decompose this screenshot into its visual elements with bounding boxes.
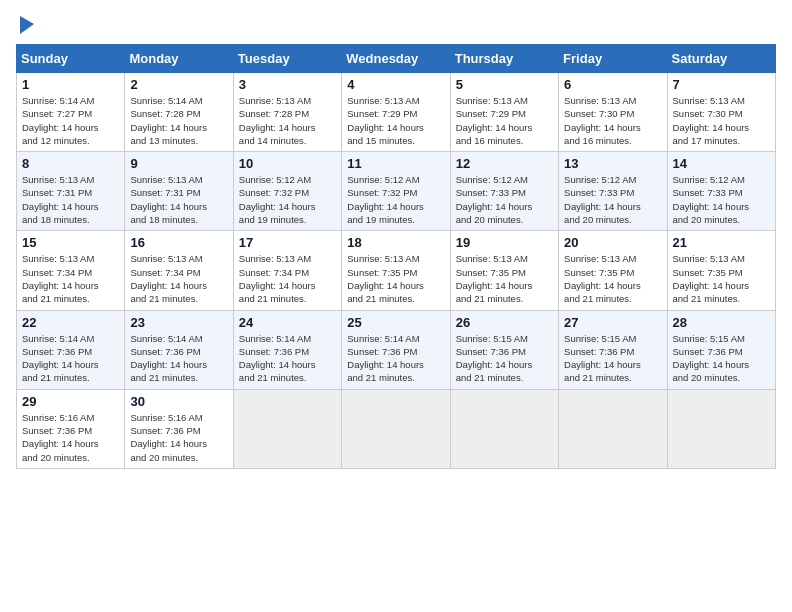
day-number: 19 — [456, 235, 553, 250]
calendar-cell: 14Sunrise: 5:12 AMSunset: 7:33 PMDayligh… — [667, 152, 775, 231]
day-info: Sunrise: 5:13 AMSunset: 7:34 PMDaylight:… — [130, 252, 227, 305]
week-row-2: 8Sunrise: 5:13 AMSunset: 7:31 PMDaylight… — [17, 152, 776, 231]
day-info: Sunrise: 5:13 AMSunset: 7:30 PMDaylight:… — [564, 94, 661, 147]
calendar-cell: 23Sunrise: 5:14 AMSunset: 7:36 PMDayligh… — [125, 310, 233, 389]
day-number: 17 — [239, 235, 336, 250]
day-number: 13 — [564, 156, 661, 171]
logo-triangle-icon — [18, 16, 34, 34]
day-number: 6 — [564, 77, 661, 92]
day-info: Sunrise: 5:16 AMSunset: 7:36 PMDaylight:… — [130, 411, 227, 464]
day-info: Sunrise: 5:13 AMSunset: 7:35 PMDaylight:… — [564, 252, 661, 305]
day-info: Sunrise: 5:15 AMSunset: 7:36 PMDaylight:… — [673, 332, 770, 385]
calendar-cell: 4Sunrise: 5:13 AMSunset: 7:29 PMDaylight… — [342, 73, 450, 152]
day-info: Sunrise: 5:13 AMSunset: 7:34 PMDaylight:… — [22, 252, 119, 305]
day-number: 4 — [347, 77, 444, 92]
day-info: Sunrise: 5:14 AMSunset: 7:36 PMDaylight:… — [22, 332, 119, 385]
day-info: Sunrise: 5:14 AMSunset: 7:36 PMDaylight:… — [130, 332, 227, 385]
day-number: 15 — [22, 235, 119, 250]
calendar-cell: 21Sunrise: 5:13 AMSunset: 7:35 PMDayligh… — [667, 231, 775, 310]
day-number: 2 — [130, 77, 227, 92]
calendar-cell: 25Sunrise: 5:14 AMSunset: 7:36 PMDayligh… — [342, 310, 450, 389]
day-info: Sunrise: 5:13 AMSunset: 7:31 PMDaylight:… — [130, 173, 227, 226]
day-info: Sunrise: 5:12 AMSunset: 7:32 PMDaylight:… — [347, 173, 444, 226]
calendar-cell — [667, 389, 775, 468]
calendar-cell: 13Sunrise: 5:12 AMSunset: 7:33 PMDayligh… — [559, 152, 667, 231]
weekday-header-wednesday: Wednesday — [342, 45, 450, 73]
day-info: Sunrise: 5:12 AMSunset: 7:33 PMDaylight:… — [673, 173, 770, 226]
day-info: Sunrise: 5:14 AMSunset: 7:36 PMDaylight:… — [239, 332, 336, 385]
svg-marker-0 — [20, 16, 34, 34]
week-row-3: 15Sunrise: 5:13 AMSunset: 7:34 PMDayligh… — [17, 231, 776, 310]
calendar-cell: 12Sunrise: 5:12 AMSunset: 7:33 PMDayligh… — [450, 152, 558, 231]
calendar-cell: 16Sunrise: 5:13 AMSunset: 7:34 PMDayligh… — [125, 231, 233, 310]
day-number: 12 — [456, 156, 553, 171]
day-info: Sunrise: 5:12 AMSunset: 7:33 PMDaylight:… — [564, 173, 661, 226]
calendar-cell: 27Sunrise: 5:15 AMSunset: 7:36 PMDayligh… — [559, 310, 667, 389]
weekday-header-sunday: Sunday — [17, 45, 125, 73]
calendar-cell: 11Sunrise: 5:12 AMSunset: 7:32 PMDayligh… — [342, 152, 450, 231]
header — [16, 16, 776, 34]
calendar-cell: 24Sunrise: 5:14 AMSunset: 7:36 PMDayligh… — [233, 310, 341, 389]
day-info: Sunrise: 5:13 AMSunset: 7:31 PMDaylight:… — [22, 173, 119, 226]
calendar-cell: 30Sunrise: 5:16 AMSunset: 7:36 PMDayligh… — [125, 389, 233, 468]
calendar-cell: 18Sunrise: 5:13 AMSunset: 7:35 PMDayligh… — [342, 231, 450, 310]
calendar-cell: 9Sunrise: 5:13 AMSunset: 7:31 PMDaylight… — [125, 152, 233, 231]
day-number: 28 — [673, 315, 770, 330]
day-number: 22 — [22, 315, 119, 330]
day-number: 20 — [564, 235, 661, 250]
weekday-header-thursday: Thursday — [450, 45, 558, 73]
calendar-cell: 5Sunrise: 5:13 AMSunset: 7:29 PMDaylight… — [450, 73, 558, 152]
day-number: 14 — [673, 156, 770, 171]
day-number: 10 — [239, 156, 336, 171]
calendar-cell: 10Sunrise: 5:12 AMSunset: 7:32 PMDayligh… — [233, 152, 341, 231]
day-number: 23 — [130, 315, 227, 330]
day-number: 16 — [130, 235, 227, 250]
calendar-cell: 17Sunrise: 5:13 AMSunset: 7:34 PMDayligh… — [233, 231, 341, 310]
day-number: 25 — [347, 315, 444, 330]
day-info: Sunrise: 5:14 AMSunset: 7:36 PMDaylight:… — [347, 332, 444, 385]
weekday-header-monday: Monday — [125, 45, 233, 73]
week-row-4: 22Sunrise: 5:14 AMSunset: 7:36 PMDayligh… — [17, 310, 776, 389]
weekday-header-tuesday: Tuesday — [233, 45, 341, 73]
calendar-cell: 1Sunrise: 5:14 AMSunset: 7:27 PMDaylight… — [17, 73, 125, 152]
day-number: 30 — [130, 394, 227, 409]
day-number: 27 — [564, 315, 661, 330]
day-number: 1 — [22, 77, 119, 92]
day-info: Sunrise: 5:14 AMSunset: 7:27 PMDaylight:… — [22, 94, 119, 147]
day-info: Sunrise: 5:13 AMSunset: 7:35 PMDaylight:… — [456, 252, 553, 305]
logo — [16, 16, 34, 34]
week-row-5: 29Sunrise: 5:16 AMSunset: 7:36 PMDayligh… — [17, 389, 776, 468]
day-info: Sunrise: 5:13 AMSunset: 7:35 PMDaylight:… — [347, 252, 444, 305]
day-info: Sunrise: 5:13 AMSunset: 7:28 PMDaylight:… — [239, 94, 336, 147]
calendar-cell — [559, 389, 667, 468]
weekday-header-saturday: Saturday — [667, 45, 775, 73]
day-info: Sunrise: 5:15 AMSunset: 7:36 PMDaylight:… — [456, 332, 553, 385]
calendar-cell: 20Sunrise: 5:13 AMSunset: 7:35 PMDayligh… — [559, 231, 667, 310]
day-number: 26 — [456, 315, 553, 330]
day-number: 18 — [347, 235, 444, 250]
day-info: Sunrise: 5:13 AMSunset: 7:29 PMDaylight:… — [456, 94, 553, 147]
day-info: Sunrise: 5:13 AMSunset: 7:29 PMDaylight:… — [347, 94, 444, 147]
day-info: Sunrise: 5:16 AMSunset: 7:36 PMDaylight:… — [22, 411, 119, 464]
weekday-header-friday: Friday — [559, 45, 667, 73]
calendar-cell: 19Sunrise: 5:13 AMSunset: 7:35 PMDayligh… — [450, 231, 558, 310]
calendar-cell: 2Sunrise: 5:14 AMSunset: 7:28 PMDaylight… — [125, 73, 233, 152]
calendar-cell: 29Sunrise: 5:16 AMSunset: 7:36 PMDayligh… — [17, 389, 125, 468]
day-info: Sunrise: 5:12 AMSunset: 7:33 PMDaylight:… — [456, 173, 553, 226]
weekday-header-row: SundayMondayTuesdayWednesdayThursdayFrid… — [17, 45, 776, 73]
calendar-cell — [342, 389, 450, 468]
week-row-1: 1Sunrise: 5:14 AMSunset: 7:27 PMDaylight… — [17, 73, 776, 152]
day-info: Sunrise: 5:15 AMSunset: 7:36 PMDaylight:… — [564, 332, 661, 385]
day-number: 5 — [456, 77, 553, 92]
day-number: 9 — [130, 156, 227, 171]
day-info: Sunrise: 5:12 AMSunset: 7:32 PMDaylight:… — [239, 173, 336, 226]
day-info: Sunrise: 5:13 AMSunset: 7:30 PMDaylight:… — [673, 94, 770, 147]
day-number: 3 — [239, 77, 336, 92]
calendar-cell: 22Sunrise: 5:14 AMSunset: 7:36 PMDayligh… — [17, 310, 125, 389]
day-number: 11 — [347, 156, 444, 171]
day-number: 7 — [673, 77, 770, 92]
calendar-cell: 15Sunrise: 5:13 AMSunset: 7:34 PMDayligh… — [17, 231, 125, 310]
calendar-cell: 8Sunrise: 5:13 AMSunset: 7:31 PMDaylight… — [17, 152, 125, 231]
calendar-cell: 3Sunrise: 5:13 AMSunset: 7:28 PMDaylight… — [233, 73, 341, 152]
day-info: Sunrise: 5:14 AMSunset: 7:28 PMDaylight:… — [130, 94, 227, 147]
